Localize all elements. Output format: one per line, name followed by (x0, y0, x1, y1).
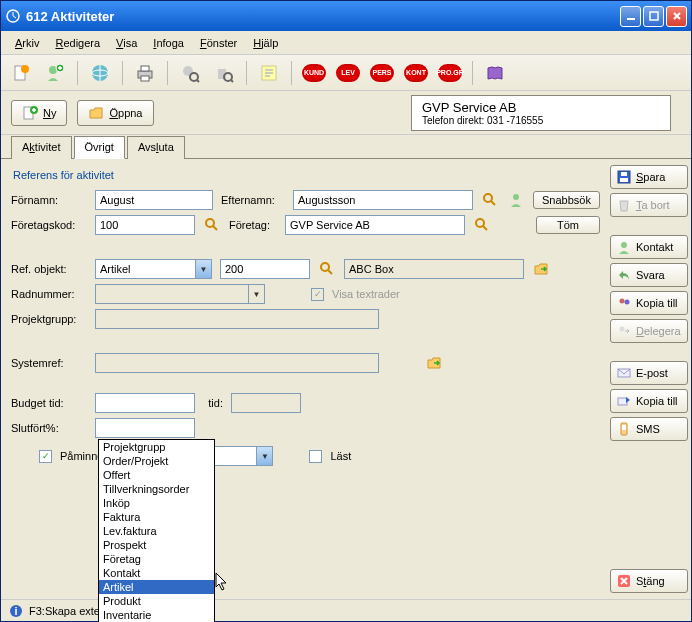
svg-point-28 (619, 299, 624, 304)
fornamn-input[interactable] (95, 190, 213, 210)
kopiatill-label: Kopia till (636, 297, 678, 309)
person-icon[interactable] (507, 191, 525, 209)
snabbsok-button[interactable]: Snabbsök (533, 191, 600, 209)
foretagskod-input[interactable] (95, 215, 195, 235)
paminnelse-checkbox[interactable]: ✓ (39, 450, 52, 463)
epost-button[interactable]: E-post (610, 361, 688, 385)
kopiatill2-button[interactable]: Kopia till (610, 389, 688, 413)
sms-label: SMS (636, 423, 660, 435)
tab-aktivitet[interactable]: Aktivitet (11, 136, 72, 159)
dropdown-item[interactable]: Faktura (99, 510, 214, 524)
menu-hjalp[interactable]: Hjälp (247, 35, 284, 51)
svg-point-19 (484, 194, 492, 202)
delegate-icon (617, 324, 631, 338)
last-checkbox[interactable] (309, 450, 322, 463)
tab-avsluta[interactable]: Avsluta (127, 136, 185, 159)
radnummer-dropdown: ▼ (95, 284, 265, 304)
book-icon[interactable] (483, 61, 507, 85)
toolbar-sep (291, 61, 292, 85)
search-icon[interactable] (203, 216, 221, 234)
dropdown-item[interactable]: Projektgrupp (99, 440, 214, 454)
new-button[interactable]: Ny (11, 100, 67, 126)
dropdown-item[interactable]: Inventarie (99, 608, 214, 622)
person-icon (617, 240, 631, 254)
dropdown-item[interactable]: Tillverkningsorder (99, 482, 214, 496)
new-doc-icon[interactable] (9, 61, 33, 85)
dropdown-item[interactable]: Order/Projekt (99, 454, 214, 468)
label-systemref: Systemref: (11, 357, 87, 369)
refobjekt-dropdown-list[interactable]: ProjektgruppOrder/ProjektOffertTillverkn… (98, 439, 215, 622)
persons-icon (617, 296, 631, 310)
tabort-button: Ta bort (610, 193, 688, 217)
menubar: Arkiv Redigera Visa Infoga Fönster Hjälp (1, 31, 691, 55)
menu-redigera[interactable]: Redigera (49, 35, 106, 51)
contact-find-icon[interactable] (178, 61, 202, 85)
dropdown-item[interactable]: Lev.faktura (99, 524, 214, 538)
search-icon[interactable] (318, 260, 336, 278)
folder-go-icon[interactable] (532, 260, 550, 278)
badge-pers[interactable]: PERS (370, 64, 394, 82)
tab-ovrigt[interactable]: Övrigt (74, 136, 125, 159)
tid-input (231, 393, 301, 413)
svara-label: Svara (636, 269, 665, 281)
mail-icon (617, 366, 631, 380)
tom-button[interactable]: Töm (536, 216, 600, 234)
menu-arkiv[interactable]: Arkiv (9, 35, 45, 51)
budgettid-input[interactable] (95, 393, 195, 413)
projektgrupp-input (95, 309, 379, 329)
search-icon[interactable] (473, 216, 491, 234)
label-foretagskod: Företagskod: (11, 219, 87, 231)
kopiatill-button[interactable]: Kopia till (610, 291, 688, 315)
search-icon[interactable] (481, 191, 499, 209)
globe-icon[interactable] (88, 61, 112, 85)
refobjekt-selected: Artikel (96, 263, 195, 275)
svg-point-21 (206, 219, 214, 227)
dropdown-item[interactable]: Artikel (99, 580, 214, 594)
close-button[interactable] (666, 6, 687, 27)
menu-infoga[interactable]: Infoga (147, 35, 190, 51)
folder-go-icon[interactable] (425, 354, 443, 372)
toolbar-sep (246, 61, 247, 85)
close-icon (617, 574, 631, 588)
menu-visa[interactable]: Visa (110, 35, 143, 51)
refobjekt-dropdown[interactable]: Artikel ▼ (95, 259, 212, 279)
menu-fonster[interactable]: Fönster (194, 35, 243, 51)
tabort-label: Ta bort (636, 199, 670, 211)
dropdown-item[interactable]: Kontakt (99, 566, 214, 580)
dropdown-item[interactable]: Offert (99, 468, 214, 482)
sms-button[interactable]: SMS (610, 417, 688, 441)
label-radnummer: Radnummer: (11, 288, 87, 300)
foretag-input[interactable] (285, 215, 465, 235)
dropdown-item[interactable]: Produkt (99, 594, 214, 608)
open-button-label: Öppna (109, 107, 142, 119)
open-button[interactable]: Öppna (77, 100, 153, 126)
badge-progr[interactable]: PRO.GR (438, 64, 462, 82)
svara-button[interactable]: Svara (610, 263, 688, 287)
kontakt-button[interactable]: Kontakt (610, 235, 688, 259)
badge-kont[interactable]: KONT (404, 64, 428, 82)
kopiatill2-label: Kopia till (636, 395, 678, 407)
note-icon[interactable] (257, 61, 281, 85)
slutfort-input[interactable] (95, 418, 195, 438)
systemref-input (95, 353, 379, 373)
print-icon[interactable] (133, 61, 157, 85)
badge-lev[interactable]: LEV (336, 64, 360, 82)
chevron-down-icon: ▼ (195, 260, 211, 278)
spara-button[interactable]: Spara (610, 165, 688, 189)
svg-point-22 (476, 219, 484, 227)
dropdown-item[interactable]: Prospekt (99, 538, 214, 552)
company-find-icon[interactable] (212, 61, 236, 85)
new-user-icon[interactable] (43, 61, 67, 85)
stang-button[interactable]: Stäng (610, 569, 688, 593)
efternamn-input[interactable] (293, 190, 473, 210)
dropdown-item[interactable]: Inköp (99, 496, 214, 510)
badge-kund[interactable]: KUND (302, 64, 326, 82)
label-efternamn: Efternamn: (221, 194, 285, 206)
dropdown-item[interactable]: Företag (99, 552, 214, 566)
minimize-button[interactable] (620, 6, 641, 27)
maximize-button[interactable] (643, 6, 664, 27)
svg-point-20 (513, 194, 519, 200)
new-button-label: Ny (43, 107, 56, 119)
label-tid: tid: (203, 397, 223, 409)
refobjekt-code-input[interactable] (220, 259, 310, 279)
